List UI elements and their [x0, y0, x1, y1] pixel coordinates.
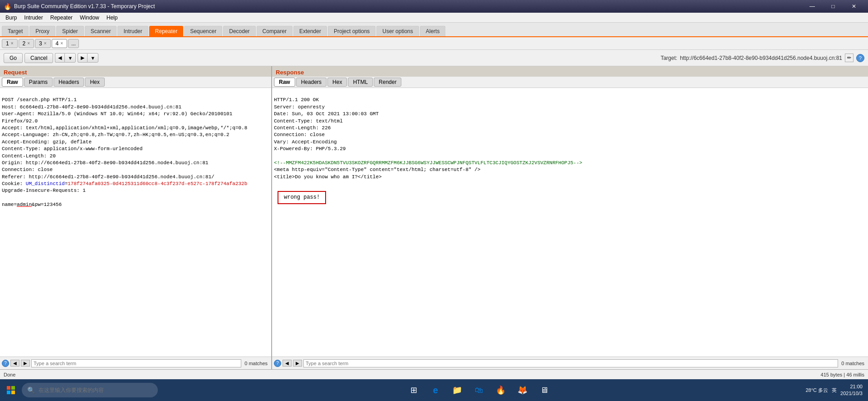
taskbar-right: 28°C 多云 英 21:00 2021/10/3 — [800, 383, 868, 397]
request-search-help-button[interactable]: ? — [2, 360, 9, 367]
tab-scanner[interactable]: Scanner — [85, 26, 117, 36]
request-search-next-button[interactable]: ▶ — [21, 360, 30, 367]
request-search-input[interactable] — [31, 359, 241, 367]
request-content[interactable]: POST /search.php HTTP/1.1 Host: 6c664ed1… — [0, 88, 271, 357]
main-content: Request Raw Params Headers Hex POST /sea… — [0, 66, 868, 369]
windows-icon — [6, 386, 15, 395]
response-search-next-button[interactable]: ▶ — [293, 360, 302, 367]
close-tab-3-icon[interactable]: × — [44, 41, 47, 46]
sub-tab-more[interactable]: ... — [68, 39, 79, 48]
sub-tab-2[interactable]: 2 × — [19, 39, 34, 48]
status-info: 415 bytes | 46 millis — [821, 372, 864, 377]
language-indicator: 英 — [832, 387, 837, 394]
target-edit-button[interactable]: ✏ — [845, 54, 853, 62]
sub-tab-1[interactable]: 1 × — [2, 39, 18, 48]
request-tab-hex[interactable]: Hex — [85, 78, 104, 87]
time-display: 21:00 — [840, 383, 863, 390]
sub-tab-4[interactable]: 4 × — [52, 39, 68, 48]
taskbar: 🔍 ⊞ e 📁 🛍 🔥 🦊 🖥 28°C 多云 英 21:00 2 — [0, 379, 868, 401]
go-button[interactable]: Go — [4, 53, 23, 63]
target-url: http://6c664ed1-27b8-40f2-8e90-b934dd41d… — [680, 55, 842, 61]
response-tab-raw[interactable]: Raw — [274, 78, 295, 87]
start-button[interactable] — [0, 379, 22, 401]
taskbar-app-store[interactable]: 🛍 — [468, 379, 490, 401]
explorer-icon: 📁 — [452, 385, 462, 395]
maximize-button[interactable]: □ — [823, 0, 844, 13]
target-help-button[interactable]: ? — [856, 54, 864, 62]
minimize-button[interactable]: — — [802, 0, 823, 13]
request-title: Request — [0, 66, 271, 77]
svg-rect-1 — [11, 386, 15, 390]
firefox-icon: 🦊 — [517, 385, 527, 395]
svg-rect-2 — [7, 391, 10, 394]
close-tab-4-icon[interactable]: × — [60, 41, 63, 46]
taskbar-app-burp[interactable]: 🔥 — [490, 379, 512, 401]
tab-alerts[interactable]: Alerts — [420, 26, 446, 36]
sub-tabs: 1 × 2 × 3 × 4 × ... — [0, 37, 868, 50]
close-button[interactable]: ✕ — [844, 0, 864, 13]
title-bar-left: 🔥 Burp Suite Community Edition v1.7.33 -… — [4, 3, 155, 10]
taskbar-app-firefox[interactable]: 🦊 — [512, 379, 533, 401]
response-search-matches: 0 matches — [839, 361, 866, 366]
taskbar-app-task-view[interactable]: ⊞ — [403, 379, 424, 401]
system-weather: 28°C 多云 — [805, 387, 828, 394]
burp-icon: 🔥 — [496, 385, 506, 395]
svg-rect-0 — [7, 386, 10, 390]
request-tab-headers[interactable]: Headers — [54, 78, 84, 87]
menu-repeater[interactable]: Repeater — [47, 14, 76, 22]
tab-comparer[interactable]: Comparer — [257, 26, 293, 36]
tab-spider[interactable]: Spider — [56, 26, 84, 36]
taskbar-app-edge[interactable]: e — [424, 379, 446, 401]
response-search-input[interactable] — [303, 359, 838, 367]
tab-user-options[interactable]: User options — [376, 26, 419, 36]
close-tab-2-icon[interactable]: × — [27, 41, 30, 46]
tab-project-options[interactable]: Project options — [328, 26, 375, 36]
taskbar-time[interactable]: 21:00 2021/10/3 — [840, 383, 863, 397]
edge-icon: e — [433, 385, 438, 396]
taskbar-app-explorer[interactable]: 📁 — [446, 379, 468, 401]
menu-bar: Burp Intruder Repeater Window Help — [0, 13, 868, 23]
close-tab-1-icon[interactable]: × — [11, 41, 14, 46]
cancel-button[interactable]: Cancel — [24, 53, 53, 63]
menu-help[interactable]: Help — [103, 14, 122, 22]
store-icon: 🛍 — [475, 386, 483, 395]
response-tab-hex[interactable]: Hex — [327, 78, 347, 87]
response-search-prev-button[interactable]: ◀ — [283, 360, 292, 367]
request-panel: Request Raw Params Headers Hex POST /sea… — [0, 66, 272, 369]
tab-decoder[interactable]: Decoder — [223, 26, 255, 36]
taskbar-app-terminal[interactable]: 🖥 — [533, 379, 555, 401]
response-meta: <meta http-equiv="Content-Type" content=… — [274, 167, 480, 179]
wrong-pass-box: wrong pass! — [278, 191, 326, 204]
request-tab-params[interactable]: Params — [24, 78, 53, 87]
back-dropdown-button[interactable]: ▼ — [64, 53, 76, 63]
sub-tab-3[interactable]: 3 × — [35, 39, 51, 48]
response-comment: <!--MMZFM422K5HDASKDN5TVU3SKOZRFGQRRMMZF… — [274, 160, 582, 166]
tab-sequencer[interactable]: Sequencer — [184, 26, 222, 36]
tab-repeater[interactable]: Repeater — [149, 26, 183, 36]
response-tab-render[interactable]: Render — [374, 78, 401, 87]
date-display: 2021/10/3 — [840, 390, 863, 397]
response-panel: Response Raw Headers Hex HTML Render HTT… — [272, 66, 868, 369]
request-search-prev-button[interactable]: ◀ — [10, 360, 20, 367]
response-content[interactable]: HTTP/1.1 200 OK Server: openresty Date: … — [272, 88, 868, 357]
response-tab-headers[interactable]: Headers — [296, 78, 327, 87]
menu-burp[interactable]: Burp — [2, 14, 20, 22]
menu-intruder[interactable]: Intruder — [20, 14, 46, 22]
forward-button[interactable]: ▶ — [78, 53, 87, 63]
request-tab-raw[interactable]: Raw — [2, 78, 23, 87]
forward-dropdown-button[interactable]: ▼ — [87, 53, 98, 63]
response-search-help-button[interactable]: ? — [274, 360, 281, 367]
response-search-bar: ? ◀ ▶ 0 matches — [272, 357, 868, 369]
request-tabs: Raw Params Headers Hex — [0, 77, 271, 88]
tab-proxy[interactable]: Proxy — [29, 26, 55, 36]
response-title: Response — [272, 66, 868, 77]
status-text: Done — [4, 372, 15, 377]
tab-extender[interactable]: Extender — [293, 26, 327, 36]
taskbar-search-input[interactable] — [39, 387, 147, 393]
response-tab-html[interactable]: HTML — [348, 78, 373, 87]
tab-target[interactable]: Target — [2, 26, 29, 36]
taskbar-search[interactable]: 🔍 — [22, 383, 158, 397]
menu-window[interactable]: Window — [76, 14, 103, 22]
tab-intruder[interactable]: Intruder — [117, 26, 148, 36]
back-button[interactable]: ◀ — [55, 53, 64, 63]
